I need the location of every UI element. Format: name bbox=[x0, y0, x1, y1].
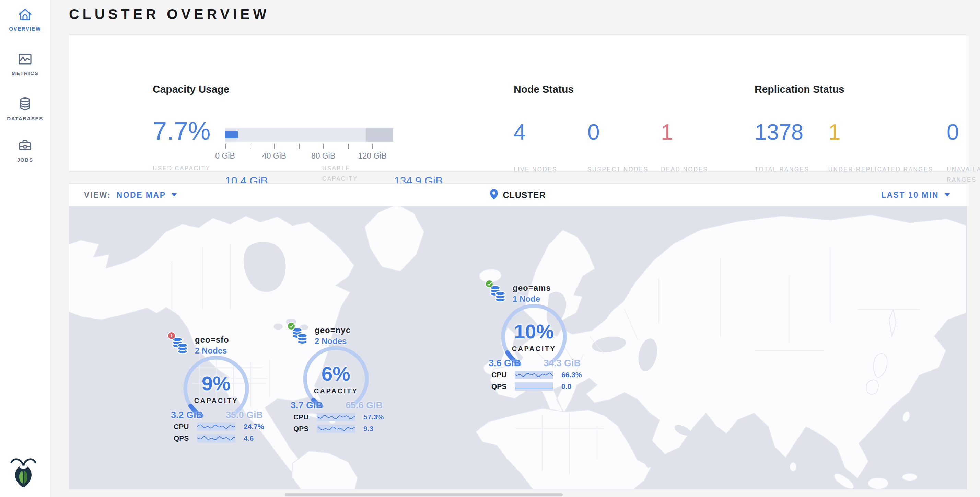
qps-label: QPS bbox=[293, 425, 317, 433]
database-stack-icon bbox=[172, 337, 189, 356]
used-capacity-label: USED CAPACITY bbox=[153, 163, 218, 174]
dead-nodes-stat: 1 DEAD NODES bbox=[661, 121, 737, 175]
used-capacity: 3.2 GiB bbox=[171, 410, 203, 421]
qps-sparkline bbox=[317, 425, 355, 433]
sidebar-item-label: METRICS bbox=[12, 70, 39, 76]
used-capacity: 3.7 GiB bbox=[291, 400, 323, 411]
sidebar-item-label: DATABASES bbox=[7, 116, 43, 121]
capacity-bar-axis: 0 GiB40 GiB80 GiB120 GiB bbox=[225, 144, 393, 164]
home-icon bbox=[17, 7, 33, 22]
live-nodes-stat: 4 LIVE NODES bbox=[514, 121, 589, 175]
node-status-title: Node Status bbox=[514, 83, 574, 95]
cpu-sparkline bbox=[197, 422, 235, 431]
view-label: VIEW: bbox=[84, 191, 111, 200]
databases-icon bbox=[17, 96, 33, 112]
chevron-down-icon bbox=[171, 192, 177, 198]
cpu-value: 66.3% bbox=[562, 371, 582, 379]
cpu-sparkline bbox=[515, 371, 553, 379]
dead-nodes-value: 1 bbox=[661, 121, 737, 143]
unavailable-ranges-stat: 0 UNAVAILABLE RANGES bbox=[947, 121, 980, 185]
capacity-axis-tick bbox=[348, 144, 348, 149]
capacity-used-percent: 7.7% bbox=[153, 118, 211, 144]
live-nodes-value: 4 bbox=[514, 121, 589, 143]
sidebar-item-metrics[interactable]: METRICS bbox=[0, 51, 50, 76]
time-range-value: LAST 10 MIN bbox=[881, 191, 939, 200]
map-scope-label: CLUSTER bbox=[503, 190, 546, 200]
capacity-axis-tick bbox=[299, 144, 299, 149]
usable-capacity-label: USABLE CAPACITY bbox=[322, 163, 387, 184]
suspect-nodes-label: SUSPECT NODES bbox=[587, 164, 663, 175]
cockroachdb-logo bbox=[8, 456, 38, 489]
map-pin-icon bbox=[490, 189, 498, 201]
unavailable-ranges-value: 0 bbox=[947, 121, 980, 143]
database-stack-icon bbox=[489, 285, 506, 304]
locality-name: geo=nyc bbox=[315, 325, 351, 335]
cpu-label: CPU bbox=[173, 422, 197, 431]
total-capacity: 35.0 GiB bbox=[226, 410, 263, 421]
metrics-icon bbox=[17, 51, 33, 67]
qps-sparkline bbox=[197, 434, 235, 443]
qps-value: 4.6 bbox=[243, 434, 254, 443]
cpu-value: 57.3% bbox=[363, 413, 384, 421]
capacity-axis-tick bbox=[250, 144, 250, 149]
capacity-axis-tick bbox=[225, 144, 226, 149]
node-map-card: VIEW: NODE MAP CLUSTER LAST 10 MIN bbox=[68, 183, 967, 489]
database-stack-icon bbox=[291, 327, 309, 346]
cpu-label: CPU bbox=[293, 413, 317, 421]
total-ranges-stat: 1378 TOTAL RANGES bbox=[754, 121, 830, 175]
capacity-axis-tick bbox=[274, 144, 275, 149]
sidebar: OVERVIEW METRICS DATABASES bbox=[0, 0, 51, 497]
node-marker-geo-ams[interactable]: geo=ams 1 Node 10% CAPACITY 3.6 GiB 34.3… bbox=[485, 280, 585, 394]
total-capacity: 65.6 GiB bbox=[345, 400, 383, 411]
cpu-value: 24.7% bbox=[243, 422, 264, 431]
replication-status-title: Replication Status bbox=[754, 83, 845, 95]
horizontal-scrollbar[interactable] bbox=[285, 493, 563, 496]
capacity-axis-tick-label: 0 GiB bbox=[215, 151, 235, 161]
gauge-percent: 6% bbox=[295, 364, 377, 384]
sidebar-item-overview[interactable]: OVERVIEW bbox=[0, 7, 50, 32]
total-ranges-label: TOTAL RANGES bbox=[754, 164, 830, 175]
capacity-bar-fill bbox=[225, 131, 238, 138]
sidebar-item-databases[interactable]: DATABASES bbox=[0, 96, 50, 121]
view-value: NODE MAP bbox=[117, 191, 166, 200]
under-replicated-ranges-stat: 1 UNDER-REPLICATED RANGES bbox=[828, 121, 942, 175]
live-nodes-label: LIVE NODES bbox=[514, 164, 589, 175]
node-marker-geo-nyc[interactable]: geo=nyc 2 Nodes 6% CAPACITY 3.7 GiB 65.6… bbox=[287, 322, 387, 436]
time-range-selector[interactable]: LAST 10 MIN bbox=[881, 184, 950, 206]
dead-node-badge: 1 bbox=[167, 331, 176, 340]
gauge-caption: CAPACITY bbox=[295, 387, 377, 395]
under-replicated-ranges-label: UNDER-REPLICATED RANGES bbox=[828, 164, 942, 175]
healthy-check-icon bbox=[287, 322, 296, 330]
qps-label: QPS bbox=[173, 434, 197, 443]
capacity-bar-reserved-segment bbox=[366, 128, 393, 142]
capacity-axis-tick bbox=[323, 144, 324, 149]
sidebar-item-label: OVERVIEW bbox=[9, 26, 41, 32]
qps-label: QPS bbox=[492, 382, 515, 390]
jobs-icon bbox=[17, 137, 33, 153]
sidebar-item-jobs[interactable]: JOBS bbox=[0, 137, 50, 163]
locality-name: geo=ams bbox=[513, 283, 551, 293]
gauge-percent: 10% bbox=[493, 322, 575, 341]
page-title: CLUSTER OVERVIEW bbox=[69, 6, 270, 22]
capacity-axis-tick-label: 40 GiB bbox=[262, 151, 286, 161]
locality-name: geo=sfo bbox=[195, 335, 229, 345]
dead-nodes-label: DEAD NODES bbox=[661, 164, 737, 175]
unavailable-ranges-label: UNAVAILABLE RANGES bbox=[947, 164, 980, 185]
world-map[interactable]: 1 geo=sfo 2 Nodes 9% C bbox=[69, 206, 967, 489]
gauge-percent: 9% bbox=[175, 373, 257, 393]
capacity-axis-tick bbox=[372, 144, 373, 149]
capacity-axis-tick-label: 120 GiB bbox=[358, 151, 387, 161]
gauge-caption: CAPACITY bbox=[175, 397, 257, 405]
capacity-bar bbox=[225, 128, 393, 142]
healthy-check-icon bbox=[485, 280, 493, 288]
map-header: VIEW: NODE MAP CLUSTER LAST 10 MIN bbox=[69, 184, 967, 206]
capacity-axis-tick-label: 80 GiB bbox=[311, 151, 335, 161]
map-breadcrumb: CLUSTER bbox=[490, 184, 546, 206]
view-selector[interactable]: VIEW: NODE MAP bbox=[84, 184, 177, 206]
qps-value: 9.3 bbox=[363, 425, 373, 433]
used-capacity: 3.6 GiB bbox=[488, 358, 520, 369]
suspect-nodes-value: 0 bbox=[587, 121, 663, 143]
sidebar-item-label: JOBS bbox=[17, 157, 33, 163]
total-capacity: 34.3 GiB bbox=[544, 358, 581, 369]
node-marker-geo-sfo[interactable]: 1 geo=sfo 2 Nodes 9% C bbox=[167, 331, 268, 446]
